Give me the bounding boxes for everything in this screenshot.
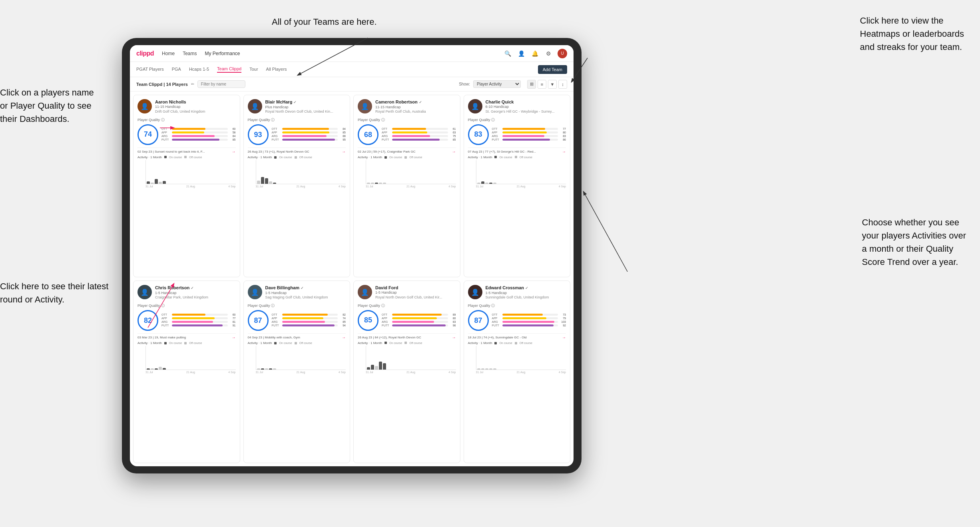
bar-ott: OTT 61 xyxy=(382,127,456,130)
recent-round[interactable]: 18 Jul 23 | 74 (+4), Sunningdale GC - Ol… xyxy=(468,333,566,340)
chart-labels: 31 Jul21 Aug4 Sep xyxy=(256,185,346,188)
player-card-header: 👤 Cameron Robertson ✓ 11-15 Handicap Roy… xyxy=(358,99,456,114)
activity-header: Activity · 1 Month On course Off course xyxy=(137,341,236,345)
player-name[interactable]: Charlie Quick xyxy=(486,99,566,105)
bar-arg: ARG 84 xyxy=(161,135,236,137)
player-card: 👤 Blair McHarg ✓ Plus Handicap Royal Nor… xyxy=(243,95,351,277)
quality-circle[interactable]: 68 xyxy=(358,124,378,145)
sort-button[interactable]: ↕ xyxy=(558,80,567,89)
on-course-legend xyxy=(494,156,497,158)
player-name[interactable]: Dave Billingham ✓ xyxy=(265,285,346,291)
grid-view-button[interactable]: ⊞ xyxy=(527,80,536,89)
player-name[interactable]: Blair McHarg ✓ xyxy=(265,99,346,105)
bar-arg: ARG 83 xyxy=(492,135,566,137)
bar-app: APP 63 xyxy=(382,131,456,134)
activity-header: Activity · 1 Month On course Off course xyxy=(248,341,346,345)
show-select[interactable]: Player Activity Quality Score Trend xyxy=(473,80,521,88)
player-name[interactable]: Aaron Nicholls xyxy=(155,99,236,105)
add-team-button[interactable]: Add Team xyxy=(538,65,567,74)
activity-section: Activity · 1 Month On course Off course … xyxy=(137,155,236,188)
navbar: clippd Home Teams My Performance 🔍 👤 🔔 ⚙… xyxy=(130,45,574,62)
quality-circle[interactable]: 87 xyxy=(468,310,489,331)
tab-all-players[interactable]: All Players xyxy=(266,67,287,72)
recent-round[interactable]: 02 Jul 23 | 59 (+17), Craigmillar Park G… xyxy=(358,147,456,154)
nav-teams[interactable]: Teams xyxy=(183,51,197,56)
player-info: Blair McHarg ✓ Plus Handicap Royal North… xyxy=(265,99,346,114)
player-club: Sunningdale Golf Club, United Kingdom xyxy=(486,295,566,300)
activity-header: Activity · 1 Month On course Off course xyxy=(137,155,236,159)
quality-circle[interactable]: 82 xyxy=(137,310,158,331)
nav-my-performance[interactable]: My Performance xyxy=(205,51,240,56)
team-title: Team Clippd | 14 Players xyxy=(136,82,188,87)
bar-ott: OTT 60 xyxy=(161,313,236,316)
quality-label: Player Quality ⓘ xyxy=(358,303,456,308)
recent-round[interactable]: 26 Aug 23 | 73 (+1), Royal North Devon G… xyxy=(248,147,346,154)
recent-round[interactable]: 04 Sep 23 | Mobility with coach, Gym → xyxy=(248,333,346,340)
tab-tour[interactable]: Tour xyxy=(249,67,258,72)
quality-section: 87 OTT 82 APP 74 ARG 85 PUT xyxy=(248,310,346,331)
recent-round[interactable]: 03 Mar 23 | 19, Must make putting → xyxy=(137,333,236,340)
player-card: 👤 Charlie Quick 6-10 Handicap St. George… xyxy=(464,95,571,277)
player-card: 👤 Edward Crossman ✓ 1-5 Handicap Sunning… xyxy=(464,280,571,463)
player-card-header: 👤 Aaron Nicholls 11-15 Handicap Drift Go… xyxy=(137,99,236,114)
player-club: Royal North Devon Golf Club, United Kin.… xyxy=(265,109,346,114)
bar-putt: PUTT 91 xyxy=(161,324,236,327)
on-course-legend xyxy=(274,342,277,344)
activity-header: Activity · 1 Month On course Off course xyxy=(358,341,456,345)
person-icon[interactable]: 👤 xyxy=(517,49,526,58)
tab-team-clippd[interactable]: Team Clippd xyxy=(217,66,241,73)
list-view-button[interactable]: ≡ xyxy=(538,80,546,89)
bar-putt: PUTT 86 xyxy=(492,138,566,141)
nav-home[interactable]: Home xyxy=(162,51,175,56)
chart-bars xyxy=(366,160,456,184)
activity-title: Activity · 1 Month xyxy=(137,341,162,345)
player-handicap: 6-10 Handicap xyxy=(486,105,566,109)
player-name[interactable]: Cameron Robertson ✓ xyxy=(375,99,456,105)
on-course-label: On course xyxy=(389,342,402,344)
chart-area xyxy=(256,160,346,184)
quality-section: 83 OTT 77 APP 80 ARG 83 PUT xyxy=(468,124,566,145)
chart-x-label: 4 Sep xyxy=(448,185,456,188)
player-card: 👤 Chris Robertson ✓ 1-5 Handicap Craigmi… xyxy=(133,280,240,463)
recent-round[interactable]: 26 Aug 23 | 84 (+12), Royal North Devon … xyxy=(358,333,456,340)
chart-x-label: 4 Sep xyxy=(448,371,456,374)
activity-title: Activity · 1 Month xyxy=(468,155,492,159)
filter-input[interactable] xyxy=(197,80,245,88)
tab-hcaps[interactable]: Hcaps 1-5 xyxy=(189,67,209,72)
tab-pga[interactable]: PGA xyxy=(172,67,181,72)
recent-round[interactable]: 02 Sep 23 | Sunset round to get back int… xyxy=(137,147,236,154)
chart-x-label: 4 Sep xyxy=(339,371,346,374)
chart-x-label: 31 Jul xyxy=(145,371,153,374)
chart-bars xyxy=(256,346,346,370)
quality-circle[interactable]: 83 xyxy=(468,124,489,145)
settings-icon[interactable]: ⚙ xyxy=(544,49,553,58)
chart-labels: 31 Jul21 Aug4 Sep xyxy=(366,371,456,374)
player-name[interactable]: Chris Robertson ✓ xyxy=(155,285,236,291)
filter-button[interactable]: ▼ xyxy=(548,80,557,89)
quality-circle[interactable]: 87 xyxy=(248,310,269,331)
chart-bars xyxy=(256,160,346,184)
quality-bars: OTT 77 APP 80 ARG 83 PUTT 86 xyxy=(492,127,566,142)
player-handicap: 11-15 Handicap xyxy=(375,105,456,110)
quality-circle[interactable]: 74 xyxy=(137,124,158,145)
recent-round[interactable]: 07 Aug 23 | 77 (+7), St George's Hill GC… xyxy=(468,147,566,154)
player-name[interactable]: Edward Crossman ✓ xyxy=(486,285,566,291)
bell-icon[interactable]: 🔔 xyxy=(530,49,539,58)
nav-logo[interactable]: clippd xyxy=(136,50,154,57)
player-card-header: 👤 David Ford 1-5 Handicap Royal North De… xyxy=(358,285,456,300)
quality-circle[interactable]: 85 xyxy=(358,310,378,331)
user-avatar[interactable]: U xyxy=(558,49,567,58)
off-course-legend xyxy=(295,342,297,344)
tablet-frame: clippd Home Teams My Performance 🔍 👤 🔔 ⚙… xyxy=(122,38,582,473)
search-icon[interactable]: 🔍 xyxy=(503,49,512,58)
chart-x-label: 31 Jul xyxy=(476,185,484,188)
player-avatar: 👤 xyxy=(248,285,262,299)
tab-pgat-players[interactable]: PGAT Players xyxy=(136,67,164,72)
player-name[interactable]: David Ford xyxy=(375,285,456,290)
annotation-round: Click here to see their latestround or A… xyxy=(0,280,108,306)
edit-icon[interactable]: ✏ xyxy=(191,82,194,86)
chart-bars xyxy=(366,346,456,370)
off-course-label: Off course xyxy=(189,156,202,159)
quality-circle[interactable]: 93 xyxy=(248,124,269,145)
annotation-player-name: Click on a players nameor Player Quality… xyxy=(0,86,94,125)
